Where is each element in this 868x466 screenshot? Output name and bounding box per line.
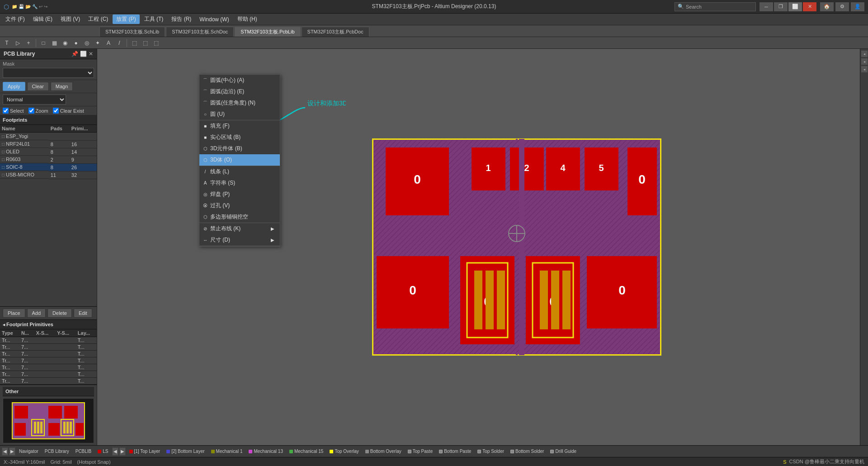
- settings-button[interactable]: ⚙: [835, 2, 849, 11]
- tb-text2[interactable]: A: [104, 38, 113, 48]
- fp-row-oled[interactable]: □ OLED 8 14: [0, 148, 97, 156]
- dd-polygon[interactable]: ⬡ 多边形铺铜挖空: [199, 211, 280, 223]
- magnify-button[interactable]: Magn: [51, 82, 73, 91]
- dd-3d-component[interactable]: ⬡ 3D元件体 (B): [199, 143, 280, 154]
- layer-tab-mech1[interactable]: Mechanical 1: [208, 448, 245, 455]
- minimize-button[interactable]: ─: [760, 2, 773, 11]
- dd-arc-edge[interactable]: ⌒ 圆弧(边沿) (E): [199, 86, 280, 97]
- prim-row-3[interactable]: Tr...7...T...: [0, 351, 97, 357]
- layer-tab-pcblib[interactable]: PCBLIB: [73, 448, 94, 455]
- close-button[interactable]: ✕: [803, 2, 816, 11]
- account-button[interactable]: 👤: [851, 2, 864, 11]
- clear-button[interactable]: Clear: [27, 82, 49, 91]
- menu-help[interactable]: 帮助 (H): [234, 14, 261, 24]
- layer-tab-navigator[interactable]: Navigator: [16, 448, 41, 455]
- prim-row-6[interactable]: Tr...7...T...: [0, 371, 97, 378]
- edit-button[interactable]: Edit: [74, 309, 92, 318]
- menu-place[interactable]: 放置 (P): [113, 14, 139, 24]
- tb-text[interactable]: T: [2, 38, 12, 48]
- fp-row-r0603[interactable]: □ R0603 2 9: [0, 156, 97, 163]
- layer-tab-mech15[interactable]: Mechanical 15: [287, 448, 326, 455]
- clearexist-checkbox[interactable]: Clear Exist: [53, 108, 84, 114]
- search-bar[interactable]: 🔍 Search: [675, 2, 756, 11]
- tb-line[interactable]: /: [114, 38, 124, 48]
- menu-project[interactable]: 工程 (C): [85, 14, 112, 24]
- tab-pcblib[interactable]: STM32F103主板.PcbLib: [235, 27, 300, 37]
- layer-tab-botoverlay[interactable]: Bottom Overlay: [363, 448, 404, 455]
- tb-circle[interactable]: ◉: [60, 38, 70, 48]
- home-button[interactable]: 🏠: [820, 2, 834, 11]
- menu-report[interactable]: 报告 (R): [168, 14, 195, 24]
- layer-nav-right[interactable]: ▶: [119, 447, 126, 456]
- dd-fill[interactable]: ■ 填充 (F): [199, 120, 280, 132]
- layer-tab-ls[interactable]: LS: [95, 448, 111, 455]
- prim-row-1[interactable]: Tr...7...T...: [0, 337, 97, 344]
- panel-close[interactable]: ✕: [89, 51, 93, 57]
- dd-solid-region[interactable]: ■ 实心区域 (B): [199, 132, 280, 143]
- tb-box3[interactable]: ⬚: [151, 38, 161, 48]
- maximize-button[interactable]: ❐: [774, 2, 788, 11]
- apply-button[interactable]: Apply: [3, 82, 25, 91]
- mask-select[interactable]: [3, 68, 94, 78]
- restore-button[interactable]: ⬜: [788, 2, 802, 11]
- layer-tab-botsolder[interactable]: Bottom Solder: [508, 448, 547, 455]
- fp-row-usb[interactable]: □ USB-MICRO 11 32: [0, 171, 97, 179]
- layer-tab-drillguide[interactable]: Drill Guide: [547, 448, 579, 455]
- panel-pin[interactable]: 📌: [71, 51, 78, 57]
- prim-row-2[interactable]: Tr...7...T...: [0, 344, 97, 351]
- menu-window[interactable]: Window (W): [196, 15, 232, 24]
- select-checkbox[interactable]: Select: [3, 108, 24, 114]
- tab-schlib[interactable]: STM32F103主板.SchLib: [99, 27, 165, 37]
- tab-schdoc[interactable]: STM32F103主板.SchDoc: [166, 27, 234, 37]
- dd-arc-any[interactable]: ⌒ 圆弧(任意角度) (N): [199, 97, 280, 109]
- dd-dimension[interactable]: ↔ 尺寸 (D) ▶: [199, 234, 280, 246]
- menu-file[interactable]: 文件 (F): [2, 14, 28, 24]
- tb-box2[interactable]: ⬚: [140, 38, 150, 48]
- layer-tab-bottom[interactable]: [2] Bottom Layer: [164, 448, 207, 455]
- place-button[interactable]: Place: [3, 309, 25, 318]
- tb-box1[interactable]: ⬚: [129, 38, 139, 48]
- dd-via[interactable]: ⦿ 过孔 (V): [199, 200, 280, 211]
- layer-tab-toppaste[interactable]: Top Paste: [405, 448, 435, 455]
- prim-row-5[interactable]: Tr...7...T...: [0, 364, 97, 371]
- tb-run[interactable]: ▷: [13, 38, 23, 48]
- layer-tab-top[interactable]: [1] Top Layer: [127, 448, 163, 455]
- prim-row-7[interactable]: Tr...7...T...: [0, 378, 97, 385]
- rs-btn-1[interactable]: ◂: [861, 51, 868, 57]
- layer-tab-botpaste[interactable]: Bottom Paste: [436, 448, 474, 455]
- tb-dot[interactable]: ●: [71, 38, 81, 48]
- fp-row-esp[interactable]: □ ESP_Yogi: [0, 133, 97, 141]
- dd-keepout[interactable]: ⊘ 禁止布线 (K) ▶: [199, 223, 280, 234]
- select-input[interactable]: [3, 108, 9, 114]
- tb-star[interactable]: ✦: [93, 38, 103, 48]
- layer-tab-topsolder[interactable]: Top Solder: [475, 448, 507, 455]
- layer-scroll-right[interactable]: ▶: [9, 447, 15, 456]
- dd-pad[interactable]: ◎ 焊盘 (P): [199, 189, 280, 200]
- prim-row-4[interactable]: Tr...7...T...: [0, 357, 97, 364]
- dd-3d-body[interactable]: ⬡ 3D体 (O): [199, 154, 280, 166]
- dd-arc-center[interactable]: ⌒ 圆弧(中心) (A): [199, 75, 280, 86]
- mode-select[interactable]: Normal: [3, 95, 66, 105]
- layer-tab-mech13[interactable]: Mechanical 13: [246, 448, 285, 455]
- layer-tab-topoverlay[interactable]: Top Overlay: [327, 448, 361, 455]
- menu-edit[interactable]: 编辑 (E): [29, 14, 56, 24]
- canvas-area[interactable]: ⌒ 圆弧(中心) (A) ⌒ 圆弧(边沿) (E) ⌒ 圆弧(任意角度) (N)…: [97, 49, 860, 445]
- clearexist-input[interactable]: [53, 108, 59, 114]
- layer-tab-pcblibrary[interactable]: PCB Library: [42, 448, 72, 455]
- zoom-checkbox[interactable]: Zoom: [28, 108, 48, 114]
- menu-view[interactable]: 视图 (V): [57, 14, 84, 24]
- fp-row-soic[interactable]: □ SOIC-8 8 26: [0, 163, 97, 171]
- fp-row-nrf[interactable]: □ NRF24L01 8 16: [0, 140, 97, 148]
- zoom-input[interactable]: [28, 108, 34, 114]
- tb-ring[interactable]: ◎: [82, 38, 92, 48]
- tb-add[interactable]: +: [24, 38, 33, 48]
- add-button[interactable]: Add: [27, 309, 46, 318]
- tb-rect[interactable]: □: [38, 38, 48, 48]
- menu-tools[interactable]: 工具 (T): [141, 14, 167, 24]
- dd-circle[interactable]: ○ 圆 (U): [199, 109, 280, 120]
- panel-float[interactable]: ⬜: [80, 51, 87, 57]
- dd-line[interactable]: / 线条 (L): [199, 166, 280, 177]
- dd-string[interactable]: A 字符串 (S): [199, 177, 280, 189]
- tab-pcbdoc[interactable]: STM32F103主板.PcbDoc: [302, 27, 369, 37]
- rs-btn-3[interactable]: ◂: [861, 66, 868, 72]
